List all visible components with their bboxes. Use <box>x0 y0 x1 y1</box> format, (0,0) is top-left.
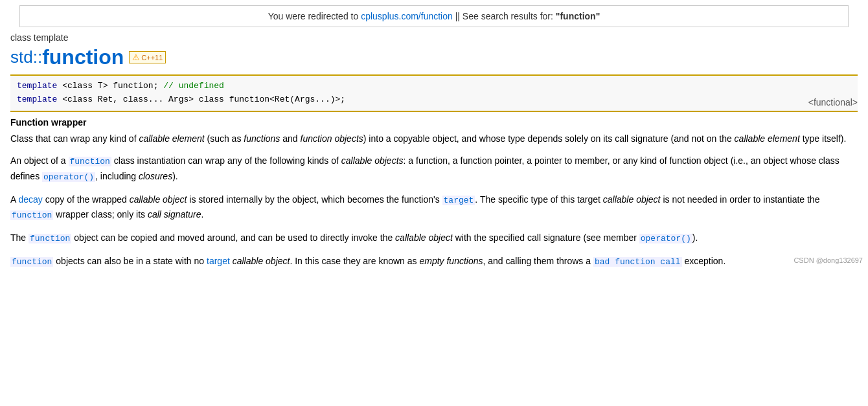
paragraph-5: function objects can also be in a state … <box>10 254 858 269</box>
class-template-label: class template <box>10 32 858 43</box>
code-line2-body: <class Ret, class... Args> class functio… <box>62 95 345 104</box>
code-comment-1: // undefined <box>158 81 223 91</box>
redirect-separator: || See search results for: <box>453 11 556 21</box>
paragraph-2: An object of a function class instantiat… <box>10 153 858 185</box>
redirect-banner: You were redirected to cplusplus.com/fun… <box>19 5 849 27</box>
redirect-link[interactable]: cplusplus.com/function <box>361 11 453 21</box>
code-block: template <class T> function; // undefine… <box>10 74 858 112</box>
page-title: function <box>42 45 124 69</box>
functional-tag: <functional> <box>808 97 858 107</box>
std-prefix: std:: <box>10 47 42 67</box>
decay-link[interactable]: decay <box>18 194 42 205</box>
code-line-2: template <class Ret, class... Args> clas… <box>17 93 851 107</box>
csdn-watermark: CSDN @dong132697 <box>794 256 863 264</box>
warning-icon: ⚠ <box>132 52 140 62</box>
paragraph-1: Class that can wrap any kind of callable… <box>10 131 858 146</box>
description: Class that can wrap any kind of callable… <box>10 131 858 269</box>
code-line1-body: <class T> function; <box>62 81 158 91</box>
code-keyword-1: template <box>17 81 62 91</box>
badge-label: C++11 <box>141 54 163 62</box>
cpp11-badge: ⚠C++11 <box>129 51 166 63</box>
code-line-1: template <class T> function; // undefine… <box>17 80 851 93</box>
paragraph-4: The function object can be copied and mo… <box>10 231 858 246</box>
redirect-text-before: You were redirected to <box>268 11 361 21</box>
paragraph-3: A decay copy of the wrapped callable obj… <box>10 192 858 223</box>
target-link[interactable]: target <box>207 256 230 266</box>
redirect-query: "function" <box>556 11 600 21</box>
code-keyword-2: template <box>17 95 62 104</box>
section-title: Function wrapper <box>10 117 858 128</box>
